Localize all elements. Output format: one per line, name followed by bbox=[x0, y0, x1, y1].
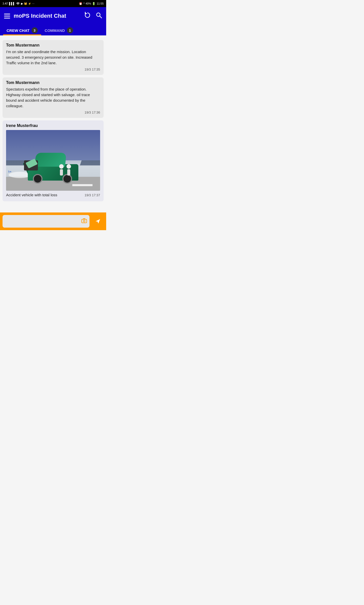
play-icon: ▶ bbox=[21, 2, 23, 5]
svg-point-3 bbox=[83, 220, 85, 222]
svg-line-1 bbox=[100, 16, 102, 18]
message-input-wrapper bbox=[3, 215, 89, 228]
command-label: COMMAND bbox=[45, 28, 65, 33]
battery-alert-icon: ⚡ bbox=[28, 2, 31, 5]
message-2: Tom Mustermann Spectators expelled from … bbox=[3, 77, 104, 118]
header-left: moPS Incident Chat bbox=[4, 13, 66, 19]
crew-chat-label: CREW CHAT bbox=[7, 28, 30, 33]
tab-bar: CREW CHAT 3 COMMAND 1 bbox=[0, 25, 106, 35]
message-3: Irene Musterfrau bbox=[3, 120, 104, 201]
send-button[interactable] bbox=[92, 215, 104, 227]
tab-command[interactable]: COMMAND 1 bbox=[41, 25, 77, 35]
message-input[interactable] bbox=[5, 215, 81, 228]
app-title: moPS Incident Chat bbox=[14, 13, 66, 19]
sender-name-2: Tom Mustermann bbox=[6, 80, 100, 85]
search-button[interactable] bbox=[96, 12, 102, 20]
bottom-bar bbox=[0, 212, 106, 230]
header: moPS Incident Chat bbox=[0, 7, 106, 25]
camera-button[interactable] bbox=[81, 218, 87, 225]
refresh-button[interactable] bbox=[84, 12, 91, 20]
header-right bbox=[84, 12, 102, 20]
notification-icon: 🐱 bbox=[24, 2, 27, 5]
time-display: 11:55 bbox=[97, 2, 104, 5]
wifi-icon bbox=[16, 2, 20, 5]
alarm-icon: ⏰ bbox=[79, 2, 82, 5]
message-text-1: I'm on site and coordinate the mission. … bbox=[6, 49, 100, 66]
chat-area: Tom Mustermann I'm on site and coordinat… bbox=[0, 35, 106, 212]
battery-icon: 🔋 bbox=[92, 2, 96, 5]
status-bar: 3 AT ▌▌▌ ▶ 🐱 ⚡ ··· ⏰ * 40% 🔋 11:55 bbox=[0, 0, 106, 7]
status-left: 3 AT ▌▌▌ ▶ 🐱 ⚡ ··· bbox=[3, 2, 34, 5]
message-time-1: 19/3 17:35 bbox=[6, 68, 100, 71]
bluetooth-icon: * bbox=[83, 2, 84, 5]
crew-chat-badge: 3 bbox=[32, 27, 38, 33]
accident-image[interactable]: b● bbox=[6, 130, 100, 191]
sender-name-1: Tom Mustermann bbox=[6, 43, 100, 48]
command-badge: 1 bbox=[67, 27, 73, 33]
image-caption: Accident vehicle with total loss bbox=[6, 192, 57, 198]
menu-button[interactable] bbox=[4, 14, 10, 18]
battery-percent: 40% bbox=[85, 2, 91, 5]
sender-name-3: Irene Musterfrau bbox=[6, 123, 100, 128]
status-right: ⏰ * 40% 🔋 11:55 bbox=[79, 2, 104, 5]
message-time-2: 19/3 17:36 bbox=[6, 111, 100, 114]
message-1: Tom Mustermann I'm on site and coordinat… bbox=[3, 40, 104, 75]
svg-rect-2 bbox=[82, 219, 87, 223]
svg-point-0 bbox=[97, 13, 100, 16]
carrier-text: 3 AT bbox=[3, 2, 8, 5]
tab-crew-chat[interactable]: CREW CHAT 3 bbox=[3, 25, 41, 35]
message-time-3: 19/3 17:37 bbox=[85, 193, 100, 197]
message-text-2: Spectators expelled from the place of op… bbox=[6, 87, 100, 109]
signal-icon: ▌▌▌ bbox=[9, 2, 15, 5]
more-icon: ··· bbox=[32, 2, 34, 5]
